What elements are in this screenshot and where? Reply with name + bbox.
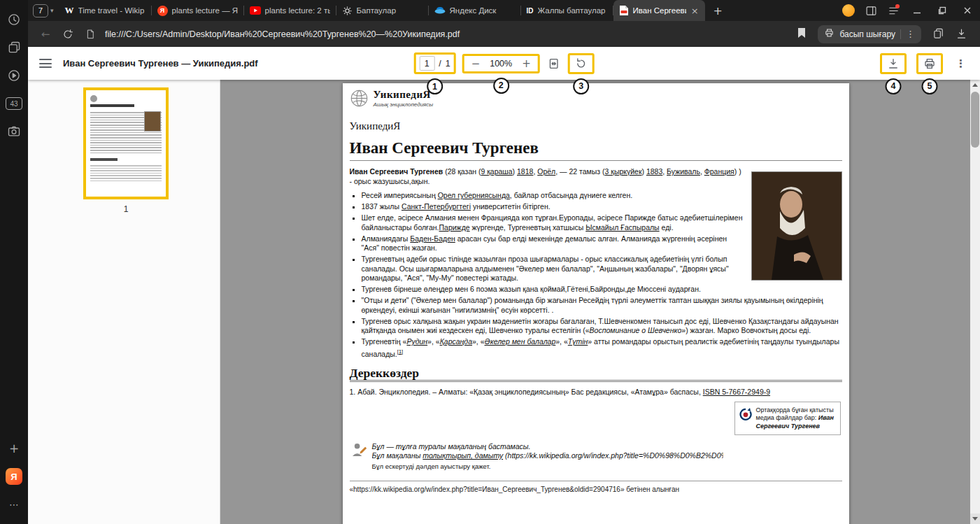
zoom-level[interactable]: 100%	[488, 59, 514, 69]
zoom-in-button[interactable]: +	[518, 57, 534, 70]
doc-text: еді.	[660, 223, 674, 232]
vertical-scrollbar[interactable]	[970, 80, 980, 524]
tab-turgenev-pdf-active[interactable]: Иван Сергееви ×	[613, 0, 705, 21]
page-number-input[interactable]: 1	[419, 56, 434, 71]
tab-yandex-disk[interactable]: Яндекс Диск	[429, 0, 520, 21]
window-maximize-button[interactable]	[930, 0, 955, 21]
turgenev-portrait-image	[751, 171, 842, 281]
window-minimize-button[interactable]	[904, 0, 930, 21]
profile-avatar[interactable]	[837, 0, 860, 21]
doc-text: Бұл мақаланы	[372, 451, 423, 460]
doc-text: », «	[427, 337, 440, 346]
tab-settings[interactable]: Баптаулар	[336, 0, 428, 21]
doc-link[interactable]: [1]	[397, 348, 403, 355]
doc-text: , байлар отбасында дүниеге келген.	[510, 191, 632, 199]
fit-to-page-button[interactable]	[546, 57, 562, 71]
rail-add-icon[interactable]: +	[5, 439, 23, 458]
stub-notice: Бұл — тұлға туралы мақаланың бастамасы. …	[351, 442, 723, 472]
doc-link[interactable]: Санкт-Петербургтегі	[402, 202, 471, 211]
wikipedia-globe-icon	[350, 89, 369, 111]
downloads-icon[interactable]	[956, 28, 967, 40]
pdf-print-button[interactable]	[922, 57, 937, 71]
bookmark-icon[interactable]	[797, 27, 807, 41]
download-highlight: 4	[880, 53, 907, 74]
history-icon[interactable]	[5, 10, 23, 29]
doc-link[interactable]: Парижде	[439, 223, 470, 232]
print-options-kebab-icon[interactable]: ⋮	[906, 29, 915, 39]
doc-link[interactable]: толықтырып, дамыту	[422, 451, 503, 460]
doc-text: 1. Абай. Энциклопедия. – Алматы: «Қазақ …	[350, 388, 703, 396]
pdf-page-area[interactable]: УикипедиЯ Ашық энциклопедиясы УикипедиЯ …	[221, 80, 970, 524]
panels-icon[interactable]	[860, 0, 882, 21]
yandex-browser-logo-icon[interactable]: Я	[5, 467, 23, 486]
tab-plants-lecture-youtube[interactable]: plants lecture: 2 ть	[244, 0, 336, 21]
stub-line-2: Бұл мақаланы толықтырып, дамыту (https:/…	[372, 451, 723, 461]
url-field[interactable]: file:///C:/Users/Admin/Desktop/Иван%20Се…	[105, 29, 788, 39]
doc-link[interactable]: Ысмайыл Ғаспыралы	[585, 223, 659, 232]
doc-text: Иван Сергеевич Тургенев	[350, 167, 443, 176]
zoom-out-button[interactable]: −	[468, 57, 484, 70]
doc-link[interactable]: 1818	[517, 167, 533, 176]
thumbnail-panel: 1	[28, 80, 220, 524]
doc-link[interactable]: Орёл	[537, 167, 555, 176]
doc-text: Тургеневтың әдеби орыс тілінде жазылған …	[362, 255, 729, 282]
menu-icon[interactable]	[39, 57, 52, 71]
tab-plants-lecture-yandex[interactable]: Я plants lecture — Я	[152, 0, 243, 21]
browser-logo-letter: Я	[6, 468, 22, 485]
extension-badge-43[interactable]: 43	[5, 94, 23, 113]
window-close-button[interactable]	[955, 0, 980, 21]
tab-close-icon[interactable]: ×	[690, 6, 700, 15]
id-icon: ID	[527, 7, 534, 15]
video-play-icon[interactable]	[5, 66, 23, 85]
doc-link[interactable]: Орел губерниясында	[438, 191, 510, 199]
wikipedia-wordmark: УикипедиЯ	[374, 89, 434, 101]
page-thumbnail[interactable]	[83, 87, 169, 199]
doc-link[interactable]: Франция	[704, 167, 734, 176]
rotate-highlight: 3	[568, 53, 595, 74]
browser-side-rail: 43 + Я ⋯	[0, 0, 28, 524]
notifications-icon[interactable]	[882, 0, 904, 21]
refresh-icon[interactable]	[59, 25, 77, 43]
pdf-toolbar-center: 1 / 1 1 − 100% + 2 3	[413, 52, 595, 74]
thumb-logo-mark	[90, 95, 97, 102]
print-button[interactable]: басып шығару ⋮	[818, 25, 921, 43]
doc-link[interactable]: Қарсаңда	[440, 337, 472, 346]
tab-label: Жалпы баптаулар	[538, 6, 607, 15]
tab-general-settings[interactable]: ID Жалпы баптаулар	[521, 0, 613, 21]
doc-link[interactable]: Баден-Баден	[410, 234, 455, 243]
retrieved-from-line: «https://kk.wikipedia.org/w/index.php?ti…	[350, 485, 842, 495]
printer-icon	[824, 28, 835, 40]
scrollbar-thumb[interactable]	[971, 92, 979, 148]
tab-counter-button[interactable]: 7 ▾	[33, 4, 54, 17]
doc-text: Тургеневтің «	[362, 337, 407, 346]
scroll-down-button[interactable]	[970, 514, 980, 524]
doc-link[interactable]: Әкелер мен балалар	[485, 337, 556, 346]
screenshot-icon[interactable]	[5, 122, 23, 141]
references-heading: Дереккөздер	[350, 369, 842, 383]
scroll-up-button[interactable]	[970, 80, 980, 90]
rail-more-icon[interactable]: ⋯	[5, 495, 23, 514]
tab-label: plants lecture — Я	[172, 6, 238, 15]
pdf-toolbar-right: 4 5 ⋮	[880, 53, 969, 74]
doc-link[interactable]: Буживаль	[667, 167, 700, 176]
doc-link[interactable]: 9 қараша	[481, 167, 512, 176]
tabs-panel-icon[interactable]	[5, 38, 23, 57]
new-tab-button[interactable]: +	[711, 4, 725, 17]
pdf-more-options-kebab-icon[interactable]: ⋮	[953, 57, 969, 70]
pdf-viewer: Иван Сергеевич Тургенев — Уикипедия.pdf …	[28, 47, 980, 524]
yandex-search-icon: Я	[157, 6, 168, 16]
doc-link[interactable]: 1883	[646, 167, 662, 176]
doc-link[interactable]: Түтін	[568, 337, 588, 346]
tab-label: plants lecture: 2 ть	[265, 6, 330, 15]
doc-text: ») жазған. Марко Вовчоктың досы еді.	[681, 326, 811, 334]
doc-link[interactable]: Рудин	[406, 337, 427, 346]
rotate-button[interactable]	[574, 57, 589, 71]
pdf-download-button[interactable]	[886, 57, 901, 71]
doc-link[interactable]: 3 қыркүйек	[605, 167, 642, 176]
back-icon[interactable]: ←	[36, 25, 55, 43]
thumb-title-line	[90, 104, 134, 107]
tab-time-travel-wikipedia[interactable]: W Time travel - Wikip	[59, 0, 151, 21]
doc-link[interactable]: ISBN 5-7667-2949-9	[703, 388, 770, 396]
doc-bullet: Тургенев орыс халқына жақын украин мәден…	[362, 317, 842, 336]
collections-icon[interactable]	[932, 28, 944, 40]
